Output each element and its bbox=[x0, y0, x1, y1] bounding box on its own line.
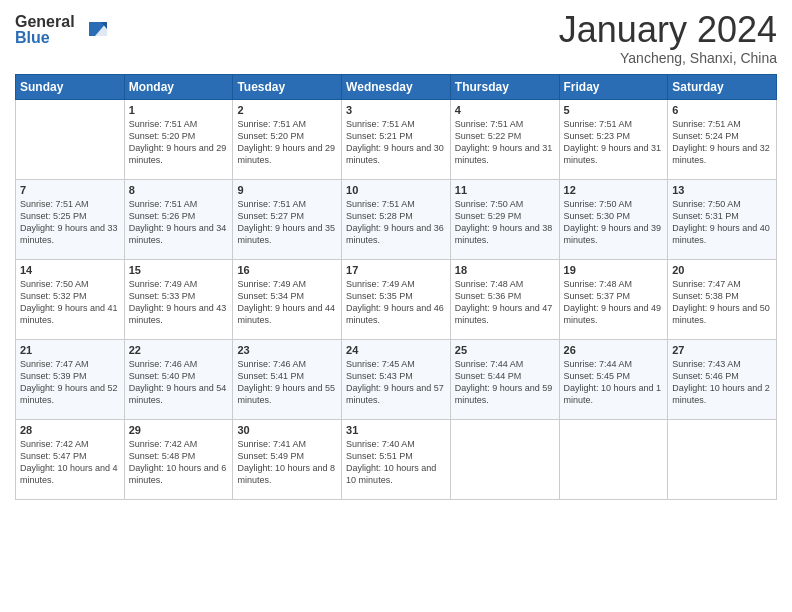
calendar-cell: 11Sunrise: 7:50 AM Sunset: 5:29 PM Dayli… bbox=[450, 179, 559, 259]
calendar-cell: 18Sunrise: 7:48 AM Sunset: 5:36 PM Dayli… bbox=[450, 259, 559, 339]
calendar-page: General Blue January 2024 Yancheng, Shan… bbox=[0, 0, 792, 612]
day-number: 12 bbox=[564, 184, 664, 196]
calendar-cell: 9Sunrise: 7:51 AM Sunset: 5:27 PM Daylig… bbox=[233, 179, 342, 259]
week-row-4: 21Sunrise: 7:47 AM Sunset: 5:39 PM Dayli… bbox=[16, 339, 777, 419]
cell-content: Sunrise: 7:50 AM Sunset: 5:31 PM Dayligh… bbox=[672, 198, 772, 247]
week-row-5: 28Sunrise: 7:42 AM Sunset: 5:47 PM Dayli… bbox=[16, 419, 777, 499]
day-number: 14 bbox=[20, 264, 120, 276]
cell-content: Sunrise: 7:46 AM Sunset: 5:41 PM Dayligh… bbox=[237, 358, 337, 407]
cell-content: Sunrise: 7:51 AM Sunset: 5:27 PM Dayligh… bbox=[237, 198, 337, 247]
day-number: 20 bbox=[672, 264, 772, 276]
calendar-cell: 31Sunrise: 7:40 AM Sunset: 5:51 PM Dayli… bbox=[342, 419, 451, 499]
day-number: 30 bbox=[237, 424, 337, 436]
day-number: 8 bbox=[129, 184, 229, 196]
cell-content: Sunrise: 7:46 AM Sunset: 5:40 PM Dayligh… bbox=[129, 358, 229, 407]
cell-content: Sunrise: 7:51 AM Sunset: 5:25 PM Dayligh… bbox=[20, 198, 120, 247]
day-number: 15 bbox=[129, 264, 229, 276]
cell-content: Sunrise: 7:51 AM Sunset: 5:20 PM Dayligh… bbox=[237, 118, 337, 167]
cell-content: Sunrise: 7:49 AM Sunset: 5:34 PM Dayligh… bbox=[237, 278, 337, 327]
cell-content: Sunrise: 7:47 AM Sunset: 5:39 PM Dayligh… bbox=[20, 358, 120, 407]
day-number: 1 bbox=[129, 104, 229, 116]
calendar-cell: 28Sunrise: 7:42 AM Sunset: 5:47 PM Dayli… bbox=[16, 419, 125, 499]
calendar-cell: 22Sunrise: 7:46 AM Sunset: 5:40 PM Dayli… bbox=[124, 339, 233, 419]
day-number: 25 bbox=[455, 344, 555, 356]
day-header-sunday: Sunday bbox=[16, 74, 125, 99]
calendar-cell: 3Sunrise: 7:51 AM Sunset: 5:21 PM Daylig… bbox=[342, 99, 451, 179]
cell-content: Sunrise: 7:44 AM Sunset: 5:45 PM Dayligh… bbox=[564, 358, 664, 407]
day-number: 22 bbox=[129, 344, 229, 356]
logo-text: General Blue bbox=[15, 14, 75, 46]
day-number: 29 bbox=[129, 424, 229, 436]
logo-icon bbox=[79, 14, 111, 46]
calendar-cell: 21Sunrise: 7:47 AM Sunset: 5:39 PM Dayli… bbox=[16, 339, 125, 419]
day-number: 16 bbox=[237, 264, 337, 276]
day-number: 31 bbox=[346, 424, 446, 436]
week-row-1: 1Sunrise: 7:51 AM Sunset: 5:20 PM Daylig… bbox=[16, 99, 777, 179]
day-number: 6 bbox=[672, 104, 772, 116]
calendar-cell: 14Sunrise: 7:50 AM Sunset: 5:32 PM Dayli… bbox=[16, 259, 125, 339]
cell-content: Sunrise: 7:51 AM Sunset: 5:21 PM Dayligh… bbox=[346, 118, 446, 167]
calendar-cell: 5Sunrise: 7:51 AM Sunset: 5:23 PM Daylig… bbox=[559, 99, 668, 179]
calendar-cell: 6Sunrise: 7:51 AM Sunset: 5:24 PM Daylig… bbox=[668, 99, 777, 179]
day-number: 21 bbox=[20, 344, 120, 356]
cell-content: Sunrise: 7:48 AM Sunset: 5:37 PM Dayligh… bbox=[564, 278, 664, 327]
cell-content: Sunrise: 7:49 AM Sunset: 5:35 PM Dayligh… bbox=[346, 278, 446, 327]
cell-content: Sunrise: 7:40 AM Sunset: 5:51 PM Dayligh… bbox=[346, 438, 446, 487]
calendar-cell bbox=[668, 419, 777, 499]
day-number: 13 bbox=[672, 184, 772, 196]
cell-content: Sunrise: 7:50 AM Sunset: 5:32 PM Dayligh… bbox=[20, 278, 120, 327]
calendar-cell: 26Sunrise: 7:44 AM Sunset: 5:45 PM Dayli… bbox=[559, 339, 668, 419]
calendar-cell: 19Sunrise: 7:48 AM Sunset: 5:37 PM Dayli… bbox=[559, 259, 668, 339]
logo: General Blue bbox=[15, 14, 111, 46]
day-number: 4 bbox=[455, 104, 555, 116]
day-number: 3 bbox=[346, 104, 446, 116]
calendar-cell: 24Sunrise: 7:45 AM Sunset: 5:43 PM Dayli… bbox=[342, 339, 451, 419]
cell-content: Sunrise: 7:49 AM Sunset: 5:33 PM Dayligh… bbox=[129, 278, 229, 327]
day-header-thursday: Thursday bbox=[450, 74, 559, 99]
calendar-cell: 7Sunrise: 7:51 AM Sunset: 5:25 PM Daylig… bbox=[16, 179, 125, 259]
day-number: 10 bbox=[346, 184, 446, 196]
cell-content: Sunrise: 7:41 AM Sunset: 5:49 PM Dayligh… bbox=[237, 438, 337, 487]
week-row-3: 14Sunrise: 7:50 AM Sunset: 5:32 PM Dayli… bbox=[16, 259, 777, 339]
location-subtitle: Yancheng, Shanxi, China bbox=[559, 50, 777, 66]
month-title: January 2024 bbox=[559, 10, 777, 50]
calendar-cell: 25Sunrise: 7:44 AM Sunset: 5:44 PM Dayli… bbox=[450, 339, 559, 419]
day-number: 19 bbox=[564, 264, 664, 276]
cell-content: Sunrise: 7:51 AM Sunset: 5:28 PM Dayligh… bbox=[346, 198, 446, 247]
day-number: 23 bbox=[237, 344, 337, 356]
calendar-cell: 17Sunrise: 7:49 AM Sunset: 5:35 PM Dayli… bbox=[342, 259, 451, 339]
calendar-cell bbox=[16, 99, 125, 179]
cell-content: Sunrise: 7:51 AM Sunset: 5:22 PM Dayligh… bbox=[455, 118, 555, 167]
day-number: 5 bbox=[564, 104, 664, 116]
cell-content: Sunrise: 7:42 AM Sunset: 5:48 PM Dayligh… bbox=[129, 438, 229, 487]
cell-content: Sunrise: 7:50 AM Sunset: 5:30 PM Dayligh… bbox=[564, 198, 664, 247]
calendar-cell: 15Sunrise: 7:49 AM Sunset: 5:33 PM Dayli… bbox=[124, 259, 233, 339]
calendar-cell: 2Sunrise: 7:51 AM Sunset: 5:20 PM Daylig… bbox=[233, 99, 342, 179]
cell-content: Sunrise: 7:42 AM Sunset: 5:47 PM Dayligh… bbox=[20, 438, 120, 487]
cell-content: Sunrise: 7:51 AM Sunset: 5:20 PM Dayligh… bbox=[129, 118, 229, 167]
calendar-cell: 30Sunrise: 7:41 AM Sunset: 5:49 PM Dayli… bbox=[233, 419, 342, 499]
cell-content: Sunrise: 7:44 AM Sunset: 5:44 PM Dayligh… bbox=[455, 358, 555, 407]
cell-content: Sunrise: 7:48 AM Sunset: 5:36 PM Dayligh… bbox=[455, 278, 555, 327]
day-number: 28 bbox=[20, 424, 120, 436]
logo-general: General bbox=[15, 14, 75, 30]
cell-content: Sunrise: 7:51 AM Sunset: 5:26 PM Dayligh… bbox=[129, 198, 229, 247]
logo-blue: Blue bbox=[15, 30, 75, 46]
cell-content: Sunrise: 7:45 AM Sunset: 5:43 PM Dayligh… bbox=[346, 358, 446, 407]
cell-content: Sunrise: 7:47 AM Sunset: 5:38 PM Dayligh… bbox=[672, 278, 772, 327]
calendar-cell: 4Sunrise: 7:51 AM Sunset: 5:22 PM Daylig… bbox=[450, 99, 559, 179]
calendar-cell bbox=[450, 419, 559, 499]
day-header-monday: Monday bbox=[124, 74, 233, 99]
day-number: 27 bbox=[672, 344, 772, 356]
header-row: SundayMondayTuesdayWednesdayThursdayFrid… bbox=[16, 74, 777, 99]
calendar-cell: 12Sunrise: 7:50 AM Sunset: 5:30 PM Dayli… bbox=[559, 179, 668, 259]
calendar-table: SundayMondayTuesdayWednesdayThursdayFrid… bbox=[15, 74, 777, 500]
day-header-tuesday: Tuesday bbox=[233, 74, 342, 99]
day-header-wednesday: Wednesday bbox=[342, 74, 451, 99]
calendar-cell: 16Sunrise: 7:49 AM Sunset: 5:34 PM Dayli… bbox=[233, 259, 342, 339]
cell-content: Sunrise: 7:50 AM Sunset: 5:29 PM Dayligh… bbox=[455, 198, 555, 247]
day-number: 18 bbox=[455, 264, 555, 276]
day-number: 9 bbox=[237, 184, 337, 196]
day-number: 26 bbox=[564, 344, 664, 356]
day-header-saturday: Saturday bbox=[668, 74, 777, 99]
